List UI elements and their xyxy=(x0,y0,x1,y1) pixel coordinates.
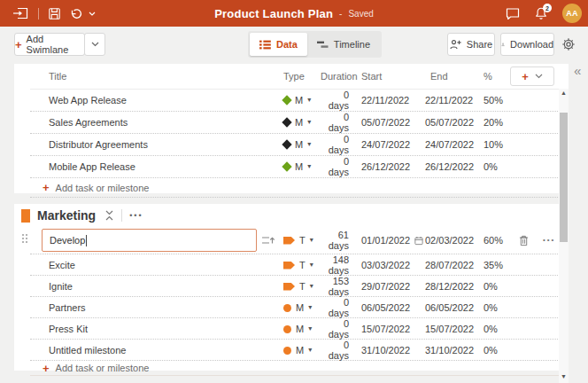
add-task-link[interactable]: + Add task or milestone xyxy=(30,361,569,376)
table-row[interactable]: Sales Agreements M ▾ 0 days 05/07/2022 0… xyxy=(30,112,569,134)
start-cell[interactable]: 03/03/2022 xyxy=(352,260,423,270)
tab-data[interactable]: Data xyxy=(250,33,307,56)
duration-cell[interactable]: 0 days xyxy=(321,156,352,177)
header-duration[interactable]: Duration xyxy=(321,71,352,82)
percent-cell[interactable]: 0% xyxy=(475,345,510,356)
tab-timeline[interactable]: Timeline xyxy=(307,33,380,56)
percent-cell[interactable]: 60% xyxy=(475,235,510,246)
end-cell[interactable]: 22/11/2022 xyxy=(423,95,475,106)
outdent-icon[interactable] xyxy=(262,235,275,246)
type-cell[interactable]: T ▾ xyxy=(280,260,321,270)
percent-cell[interactable]: 20% xyxy=(475,117,510,128)
task-title-input[interactable]: Develop xyxy=(42,229,257,252)
task-title: Distributor Agreements xyxy=(30,139,280,150)
start-cell[interactable]: 15/07/2022 xyxy=(352,324,423,334)
swimlane-name[interactable]: Marketing xyxy=(37,208,96,223)
percent-cell[interactable]: 0% xyxy=(475,161,510,172)
percent-cell[interactable]: 10% xyxy=(475,139,510,150)
end-cell[interactable]: 24/07/2022 xyxy=(423,139,475,150)
header-type[interactable]: Type xyxy=(280,71,321,82)
table-row[interactable]: Ignite T ▾ 153 days 29/07/2022 28/12/202… xyxy=(30,276,569,297)
type-cell[interactable]: M ▾ xyxy=(280,161,321,172)
end-cell[interactable]: 02/03/2022 xyxy=(423,235,475,246)
document-title[interactable]: Product Launch Plan xyxy=(214,7,333,20)
end-cell[interactable]: 28/12/2022 xyxy=(423,281,475,292)
header-start[interactable]: Start xyxy=(352,71,423,82)
duration-cell[interactable]: 153 days xyxy=(321,276,352,297)
notifications-bell-icon[interactable]: 2 xyxy=(535,7,547,20)
table-row[interactable]: Mobile App Release M ▾ 0 days 26/12/2022… xyxy=(30,156,569,178)
type-cell[interactable]: M ▾ xyxy=(280,302,321,313)
end-cell[interactable]: 06/05/2022 xyxy=(423,302,475,313)
percent-cell[interactable]: 0% xyxy=(475,324,510,334)
percent-cell[interactable]: 35% xyxy=(475,260,510,270)
feedback-chat-icon[interactable] xyxy=(506,8,520,20)
delete-task-icon[interactable] xyxy=(519,235,529,246)
scroll-up-icon[interactable]: ▲ xyxy=(559,89,569,98)
add-task-link[interactable]: + Add task or milestone xyxy=(30,178,569,198)
list-icon xyxy=(259,40,271,50)
table-row[interactable]: Web App Release M ▾ 0 days 22/11/2022 22… xyxy=(30,90,569,112)
download-icon xyxy=(501,39,505,50)
end-cell[interactable]: 28/07/2022 xyxy=(423,260,475,270)
duration-cell[interactable]: 148 days xyxy=(321,254,352,276)
start-cell[interactable]: 26/12/2022 xyxy=(352,161,423,172)
milestone-green-icon xyxy=(282,161,291,171)
percent-cell[interactable]: 0% xyxy=(475,302,510,313)
start-cell[interactable]: 29/07/2022 xyxy=(352,281,423,292)
end-cell[interactable]: 31/10/2022 xyxy=(423,345,475,356)
start-cell[interactable]: 01/01/2022 xyxy=(352,235,423,246)
header-percent[interactable]: % xyxy=(475,71,510,82)
add-swimlane-button[interactable]: + Add Swimlane xyxy=(14,33,85,56)
drag-handle-icon[interactable] xyxy=(22,234,27,243)
scroll-down-icon[interactable]: ▼ xyxy=(559,372,569,381)
duration-cell[interactable]: 0 days xyxy=(321,90,352,111)
start-cell[interactable]: 24/07/2022 xyxy=(352,139,423,150)
type-cell[interactable]: M ▾ xyxy=(280,117,321,128)
duration-cell[interactable]: 0 days xyxy=(321,112,352,133)
percent-cell[interactable]: 0% xyxy=(475,281,510,292)
plus-icon: + xyxy=(43,182,50,193)
start-cell[interactable]: 22/11/2022 xyxy=(352,95,423,106)
end-cell[interactable]: 05/07/2022 xyxy=(423,117,475,128)
settings-gear-icon[interactable] xyxy=(561,37,576,51)
start-cell[interactable]: 06/05/2022 xyxy=(352,302,423,313)
table-row[interactable]: Press Kit M ▾ 0 days 15/07/2022 15/07/20… xyxy=(30,318,569,340)
user-avatar[interactable]: AA xyxy=(562,4,582,23)
duration-cell[interactable]: 0 days xyxy=(321,340,352,361)
type-cell[interactable]: T ▾ xyxy=(280,235,321,246)
scrollbar-thumb[interactable] xyxy=(560,113,568,242)
add-swimlane-dropdown-button[interactable] xyxy=(84,33,105,56)
table-row[interactable]: Excite T ▾ 148 days 03/03/2022 28/07/202… xyxy=(30,254,569,276)
percent-cell[interactable]: 50% xyxy=(475,95,510,106)
share-button[interactable]: Share xyxy=(447,33,495,56)
calendar-icon[interactable] xyxy=(414,236,423,246)
type-cell[interactable]: T ▾ xyxy=(280,281,321,292)
start-cell[interactable]: 05/07/2022 xyxy=(352,117,423,128)
vertical-scrollbar[interactable]: ▲ ▼ xyxy=(559,89,569,383)
add-column-button[interactable]: + xyxy=(510,66,554,86)
swimlane-color-swatch[interactable] xyxy=(21,209,30,223)
table-row-editing[interactable]: Develop T ▾ 61 days 01/01/2022 02/03/202… xyxy=(30,227,569,254)
type-cell[interactable]: M ▾ xyxy=(280,95,321,106)
start-cell[interactable]: 31/10/2022 xyxy=(352,345,423,356)
milestone-orange-icon xyxy=(283,347,291,355)
download-button[interactable]: Download xyxy=(500,33,554,56)
table-row[interactable]: Distributor Agreements M ▾ 0 days 24/07/… xyxy=(30,134,569,156)
duration-cell[interactable]: 0 days xyxy=(321,134,352,155)
duration-cell[interactable]: 0 days xyxy=(321,318,352,340)
end-cell[interactable]: 15/07/2022 xyxy=(423,324,475,334)
collapse-swimlane-icon[interactable] xyxy=(104,210,114,221)
type-cell[interactable]: M ▾ xyxy=(280,324,321,334)
header-title[interactable]: Title xyxy=(30,71,280,82)
duration-cell[interactable]: 61 days xyxy=(321,230,352,251)
table-row[interactable]: Partners M ▾ 0 days 06/05/2022 06/05/202… xyxy=(30,297,569,318)
milestone-orange-icon xyxy=(283,325,291,333)
table-row[interactable]: Untitled milestone M ▾ 0 days 31/10/2022… xyxy=(30,340,569,361)
type-cell[interactable]: M ▾ xyxy=(280,139,321,150)
type-cell[interactable]: M ▾ xyxy=(280,345,321,356)
collapse-panel-icon[interactable]: « xyxy=(574,63,580,78)
duration-cell[interactable]: 0 days xyxy=(321,297,352,318)
header-end[interactable]: End xyxy=(423,71,475,82)
end-cell[interactable]: 26/12/2022 xyxy=(423,161,475,172)
